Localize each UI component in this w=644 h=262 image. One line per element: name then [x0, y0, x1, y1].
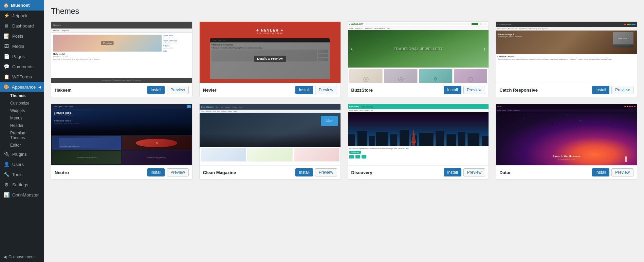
- collapse-icon: ◀: [3, 255, 6, 259]
- sidebar-item-label: Tools: [12, 172, 22, 177]
- theme-name-buzzstore: BuzzStore: [351, 88, 373, 93]
- nevler-install-button[interactable]: Install: [295, 86, 313, 94]
- sidebar-sub-widgets[interactable]: Widgets: [0, 107, 44, 114]
- theme-info-clean-magazine: Clean Magazine Install Preview: [200, 165, 341, 179]
- sidebar-sub-editor[interactable]: Editor: [0, 142, 44, 149]
- collapse-menu-button[interactable]: ◀ Collapse menu: [0, 252, 44, 262]
- theme-preview-neutro: Open Open Open Open N Featured Media Ass…: [51, 104, 192, 165]
- theme-preview-hakeem: Hakeem HomeGraphics Preview Hello world!: [51, 22, 192, 83]
- sidebar-item-wpforms[interactable]: 📋 WPForms: [0, 72, 44, 82]
- theme-actions-discovery: Install Preview: [444, 168, 485, 176]
- theme-card-neutro[interactable]: Open Open Open Open N Featured Media Ass…: [51, 104, 192, 180]
- sidebar-item-label: Users: [12, 162, 24, 167]
- clean-magazine-install-button[interactable]: Install: [295, 168, 313, 176]
- brand-label: Bluehost: [11, 3, 30, 8]
- sidebar: 🏠 Bluehost ⚡ Jetpack 🖥 Dashboard 📝 Posts…: [0, 0, 44, 262]
- theme-actions-neutro: Install Preview: [147, 168, 189, 176]
- sidebar-item-pages[interactable]: 📄 Pages: [0, 51, 44, 61]
- sidebar-item-media[interactable]: 🖼 Media: [0, 41, 44, 51]
- theme-name-neutro: Neutro: [55, 170, 69, 175]
- sidebar-item-jetpack[interactable]: ⚡ Jetpack: [0, 11, 44, 21]
- nevler-preview-button[interactable]: Preview: [315, 86, 337, 94]
- theme-name-datar: Datar: [499, 170, 511, 175]
- optinmonster-icon: 📊: [3, 192, 10, 198]
- hakeem-install-button[interactable]: Install: [147, 86, 165, 94]
- catch-responsive-preview-button[interactable]: Preview: [611, 86, 633, 94]
- theme-card-clean-magazine[interactable]: Clean Magazine Blog Tech Gadgets Culture…: [199, 104, 341, 180]
- theme-preview-clean-magazine: Clean Magazine Blog Tech Gadgets Culture…: [200, 104, 341, 165]
- sidebar-item-comments[interactable]: 💬 Comments: [0, 61, 44, 72]
- theme-name-discovery: Discovery: [351, 170, 372, 175]
- users-icon: 👤: [3, 162, 10, 167]
- buzzstore-install-button[interactable]: Install: [444, 86, 461, 94]
- page-header: Themes: [51, 7, 637, 16]
- sidebar-item-label: Jetpack: [12, 13, 27, 18]
- theme-card-buzzstore[interactable]: JEWELLERY HOME BRACELETS EARRINGS PALM L…: [348, 21, 489, 97]
- theme-card-datar[interactable]: Datar Home About Contact Word: [496, 104, 637, 180]
- main-content: Themes Hakeem HomeGraphics: [44, 0, 644, 262]
- theme-name-clean-magazine: Clean Magazine: [203, 170, 236, 175]
- appearance-icon: 🎨: [3, 84, 9, 90]
- sidebar-item-label: Comments: [12, 64, 34, 69]
- sidebar-item-label: Dashboard: [12, 23, 34, 29]
- theme-actions-buzzstore: Install Preview: [444, 86, 485, 94]
- sidebar-item-settings[interactable]: ⚙ Settings: [0, 180, 44, 190]
- sidebar-item-label: OptinMonster: [12, 192, 39, 198]
- sidebar-sub-customize[interactable]: Customize: [0, 99, 44, 107]
- theme-card-catch-responsive[interactable]: Catch Responsive Layout OptionsAbout The…: [496, 21, 637, 97]
- theme-preview-discovery: Discovery HomeAboutThis isContactTest: [348, 104, 489, 165]
- sidebar-item-appearance[interactable]: 🎨 Appearance ◀: [0, 82, 44, 92]
- hakeem-preview-button[interactable]: Preview: [167, 86, 189, 94]
- theme-info-nevler: Nevler Install Preview: [200, 83, 341, 97]
- neutro-install-button[interactable]: Install: [147, 168, 165, 176]
- theme-card-nevler[interactable]: ✦ NEVLER ✦ MULTIPURPOSE THEME * Poetry T…: [199, 21, 341, 97]
- sidebar-brand[interactable]: 🏠 Bluehost: [0, 0, 44, 11]
- theme-name-catch-responsive: Catch Responsive: [499, 88, 538, 93]
- theme-card-hakeem[interactable]: Hakeem HomeGraphics Preview Hello world!: [51, 21, 192, 97]
- sidebar-item-tools[interactable]: 🔧 Tools: [0, 169, 44, 180]
- appearance-chevron-icon: ◀: [38, 85, 41, 89]
- sidebar-sub-menus[interactable]: Menus: [0, 114, 44, 122]
- theme-info-datar: Datar Install Preview: [496, 165, 637, 179]
- sidebar-item-users[interactable]: 👤 Users: [0, 159, 44, 169]
- sidebar-item-label: WPForms: [12, 74, 32, 79]
- sidebar-sub-premium-themes[interactable]: Premium Themes: [0, 129, 44, 142]
- catch-responsive-install-button[interactable]: Install: [592, 86, 609, 94]
- sidebar-item-optinmonster[interactable]: 📊 OptinMonster: [0, 190, 44, 200]
- theme-card-discovery[interactable]: Discovery HomeAboutThis isContactTest: [348, 104, 489, 180]
- settings-icon: ⚙: [3, 182, 10, 187]
- datar-install-button[interactable]: Install: [592, 168, 609, 176]
- sidebar-sub-themes[interactable]: Themes: [0, 92, 44, 99]
- sidebar-item-dashboard[interactable]: 🖥 Dashboard: [0, 21, 44, 31]
- theme-preview-nevler: ✦ NEVLER ✦ MULTIPURPOSE THEME * Poetry T…: [200, 22, 341, 83]
- bluehost-icon: 🏠: [3, 3, 9, 8]
- media-icon: 🖼: [3, 43, 10, 49]
- clean-magazine-preview-button[interactable]: Preview: [315, 168, 337, 176]
- theme-actions-hakeem: Install Preview: [147, 86, 189, 94]
- sidebar-item-posts[interactable]: 📝 Posts: [0, 31, 44, 41]
- theme-preview-catch-responsive: Catch Responsive Layout OptionsAbout The…: [496, 22, 637, 83]
- neutro-preview-button[interactable]: Preview: [167, 168, 189, 176]
- comments-icon: 💬: [3, 64, 10, 69]
- plugins-icon: 🔌: [3, 151, 10, 157]
- theme-info-hakeem: Hakeem Install Preview: [51, 83, 192, 97]
- sidebar-sub-header[interactable]: Header: [0, 122, 44, 129]
- theme-actions-clean-magazine: Install Preview: [295, 168, 337, 176]
- theme-preview-datar: Datar Home About Contact Word: [496, 104, 637, 165]
- themes-grid: Hakeem HomeGraphics Preview Hello world!: [51, 21, 637, 180]
- buzzstore-preview-button[interactable]: Preview: [463, 86, 485, 94]
- theme-preview-buzzstore: JEWELLERY HOME BRACELETS EARRINGS PALM L…: [348, 22, 489, 83]
- discovery-preview-button[interactable]: Preview: [463, 168, 485, 176]
- discovery-install-button[interactable]: Install: [444, 168, 461, 176]
- datar-preview-button[interactable]: Preview: [611, 168, 633, 176]
- wpforms-icon: 📋: [3, 74, 10, 79]
- pages-icon: 📄: [3, 54, 10, 59]
- sidebar-item-label: Settings: [12, 182, 28, 187]
- posts-icon: 📝: [3, 33, 10, 39]
- theme-info-discovery: Discovery Install Preview: [348, 165, 489, 179]
- sidebar-item-plugins[interactable]: 🔌 Plugins: [0, 149, 44, 159]
- tools-icon: 🔧: [3, 172, 10, 177]
- jetpack-icon: ⚡: [3, 13, 10, 18]
- sidebar-item-label: Appearance: [12, 85, 36, 90]
- sidebar-item-label: Posts: [12, 34, 23, 39]
